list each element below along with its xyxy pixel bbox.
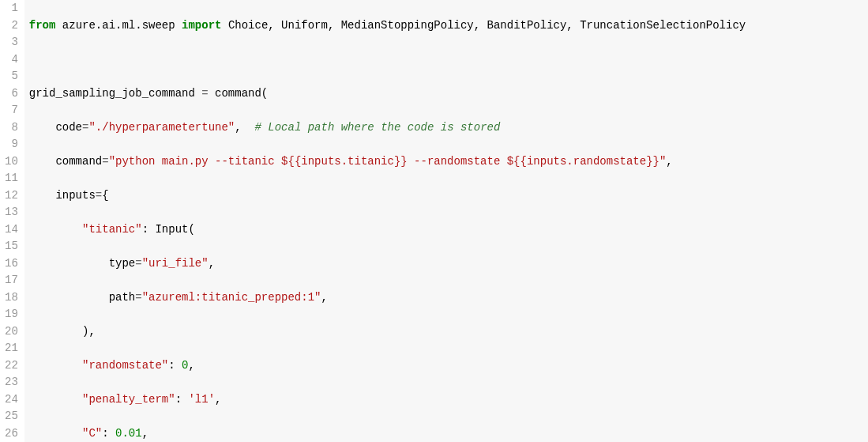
line-number: 14 (5, 221, 18, 239)
code-editor[interactable]: 1 2 3 4 5 6 7 8 9 10 11 12 13 14 15 16 1… (0, 0, 868, 442)
code-line[interactable]: "titanic": Input( (29, 221, 868, 239)
line-number: 3 (5, 34, 18, 51)
code-line[interactable]: ), (29, 323, 868, 341)
line-number: 18 (5, 289, 18, 307)
code-line[interactable]: inputs={ (29, 187, 868, 205)
line-number: 20 (5, 323, 18, 341)
line-number: 5 (5, 68, 18, 85)
line-number: 12 (5, 187, 18, 205)
line-number: 1 (5, 0, 18, 17)
code-line[interactable]: code="./hyperparametertune", # Local pat… (29, 119, 868, 137)
code-line[interactable]: command="python main.py --titanic ${{inp… (29, 153, 868, 171)
line-number: 15 (5, 238, 18, 255)
line-number: 16 (5, 255, 18, 273)
line-number: 8 (5, 119, 18, 137)
code-line[interactable]: "randomstate": 0, (29, 357, 868, 375)
line-number: 22 (5, 357, 18, 375)
line-number: 23 (5, 374, 18, 391)
line-number-gutter: 1 2 3 4 5 6 7 8 9 10 11 12 13 14 15 16 1… (0, 0, 24, 442)
code-line[interactable]: from azure.ai.ml.sweep import Choice, Un… (29, 17, 868, 35)
line-number: 21 (5, 340, 18, 357)
line-number: 2 (5, 17, 18, 35)
line-number: 24 (5, 391, 18, 409)
code-line[interactable]: path="azureml:titanic_prepped:1", (29, 289, 868, 307)
line-number: 19 (5, 306, 18, 323)
line-number: 11 (5, 170, 18, 187)
code-line[interactable] (29, 51, 868, 69)
code-line[interactable]: "C": 0.01, (29, 425, 868, 443)
line-number: 4 (5, 51, 18, 69)
line-number: 6 (5, 85, 18, 103)
line-number: 7 (5, 102, 18, 119)
line-number: 26 (5, 425, 18, 443)
line-number: 13 (5, 204, 18, 221)
line-number: 25 (5, 408, 18, 425)
code-line[interactable]: grid_sampling_job_command = command( (29, 85, 868, 103)
code-line[interactable]: "penalty_term": 'l1', (29, 391, 868, 409)
line-number: 9 (5, 136, 18, 153)
code-line[interactable]: type="uri_file", (29, 255, 868, 273)
code-content[interactable]: from azure.ai.ml.sweep import Choice, Un… (24, 0, 868, 442)
line-number: 17 (5, 272, 18, 289)
line-number: 10 (5, 153, 18, 171)
